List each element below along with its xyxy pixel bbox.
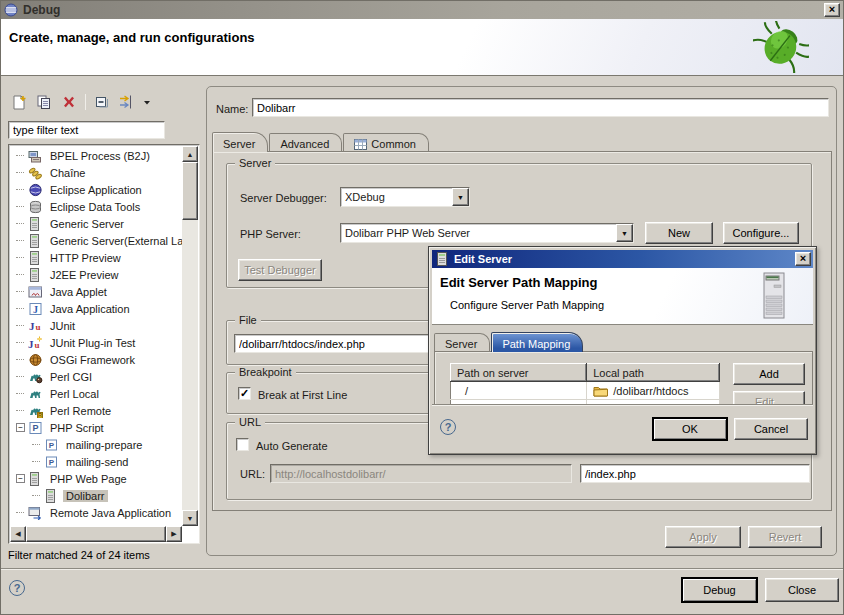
title-bar[interactable]: Debug ×	[1, 1, 843, 19]
tree-item[interactable]: Chaîne	[10, 164, 182, 181]
tree-item[interactable]: Dolibarr	[10, 487, 182, 504]
tree-item-label: Dolibarr	[63, 490, 108, 502]
tree-item-label: HTTP Preview	[47, 252, 124, 264]
configure-server-button[interactable]: Configure...	[723, 222, 799, 244]
break-first-line-label: Break at First Line	[258, 389, 347, 401]
dialog-title-bar[interactable]: Edit Server ×	[432, 250, 813, 268]
server-icon	[28, 268, 44, 282]
horizontal-scroll-thumb[interactable]	[26, 526, 166, 542]
tree-horizontal-scrollbar[interactable]: ◀ ▶	[10, 526, 182, 542]
test-debugger-button[interactable]: Test Debugger	[238, 259, 322, 281]
auto-generate-checkbox[interactable]	[236, 438, 249, 451]
tree-list: BPEL Process (B2J)ChaîneEclipse Applicat…	[10, 147, 182, 526]
tree-item[interactable]: Generic Server(External La	[10, 232, 182, 249]
url-base-input[interactable]	[270, 464, 572, 483]
tree-item[interactable]: HTTP Preview	[10, 249, 182, 266]
column-header[interactable]: Path on server	[451, 364, 587, 382]
tree-item[interactable]: Eclipse Application	[10, 181, 182, 198]
tree-item[interactable]: Pmailing-prepare	[10, 436, 182, 453]
svg-text:P: P	[49, 441, 55, 450]
tree-item[interactable]: Java Applet	[10, 283, 182, 300]
tree-item-label: Java Applet	[47, 286, 110, 298]
php-server-combo[interactable]: Dolibarr PHP Web Server ▼	[340, 223, 634, 243]
tree-item-label: OSGi Framework	[47, 354, 138, 366]
collapse-all-button[interactable]	[91, 91, 113, 113]
tab-advanced[interactable]: Advanced	[269, 133, 342, 152]
perl-icon	[28, 387, 44, 401]
scroll-down-button[interactable]: ▼	[182, 510, 198, 526]
server-debugger-combo[interactable]: XDebug ▼	[340, 187, 470, 207]
tree-vertical-scrollbar[interactable]: ▲ ▼	[182, 146, 198, 526]
revert-button[interactable]: Revert	[748, 526, 822, 548]
window-close-button[interactable]: ×	[824, 3, 840, 17]
tab-path-mapping[interactable]: Path Mapping	[491, 332, 583, 352]
apply-button[interactable]: Apply	[665, 526, 741, 548]
tree-item[interactable]: BPEL Process (B2J)	[10, 147, 182, 164]
tree-item-label: Perl CGI	[47, 371, 95, 383]
local-path-cell: /dolibarr/htdocs	[587, 382, 720, 400]
add-mapping-button[interactable]: Add	[733, 363, 805, 385]
tree-connector	[16, 359, 24, 360]
tree-item[interactable]: RPerl Remote	[10, 402, 182, 419]
cancel-button[interactable]: Cancel	[734, 418, 808, 440]
mapping-row[interactable]: //dolibarr/htdocs	[451, 382, 720, 400]
debug-button[interactable]: Debug	[682, 578, 757, 602]
new-configuration-button[interactable]	[8, 91, 30, 113]
tree-item[interactable]: −PPHP Script	[10, 419, 182, 436]
tree-item[interactable]: Perl Local	[10, 385, 182, 402]
tree-item[interactable]: J2EE Preview	[10, 266, 182, 283]
tree-item[interactable]: Pmailing-send	[10, 453, 182, 470]
column-header[interactable]: Local path	[587, 364, 720, 382]
server-debugger-label: Server Debugger:	[240, 192, 327, 204]
help-button[interactable]: ?	[9, 580, 25, 596]
tree-collapse-toggle[interactable]: −	[16, 474, 25, 483]
tree-connector	[16, 393, 24, 394]
combo-dropdown-icon[interactable]: ▼	[616, 224, 633, 242]
new-server-button[interactable]: New	[645, 222, 713, 244]
tree-item[interactable]: JuJUnit	[10, 317, 182, 334]
java-app-icon: J	[28, 302, 44, 316]
name-input[interactable]	[252, 98, 829, 117]
delete-configuration-button[interactable]	[58, 91, 80, 113]
duplicate-configuration-button[interactable]	[33, 91, 55, 113]
close-button[interactable]: Close	[765, 578, 839, 602]
url-label: URL:	[240, 468, 265, 480]
svg-text:P: P	[32, 423, 38, 433]
break-first-line-checkbox[interactable]: ✓	[238, 387, 251, 400]
tree-collapse-toggle[interactable]: −	[16, 423, 25, 432]
local-path-value: /dolibarr/htdocs	[613, 385, 688, 397]
scroll-up-button[interactable]: ▲	[182, 146, 198, 162]
path-mapping-tab-content: Path on serverLocal path //dolibarr/htdo…	[434, 351, 813, 409]
tree-connector	[32, 495, 40, 496]
tree-item[interactable]: JJava Application	[10, 300, 182, 317]
dialog-close-button[interactable]: ×	[795, 252, 811, 266]
tab-server[interactable]: Server	[212, 132, 268, 152]
ok-button[interactable]: OK	[653, 418, 727, 440]
path-mapping-table[interactable]: Path on serverLocal path //dolibarr/htdo…	[450, 363, 720, 409]
bpel-icon	[28, 149, 44, 163]
combo-dropdown-icon[interactable]: ▼	[452, 188, 469, 206]
server-icon	[28, 251, 44, 265]
tree-connector	[32, 444, 40, 445]
tree-item[interactable]: −PHP Web Page	[10, 470, 182, 487]
filter-button[interactable]	[116, 91, 138, 113]
tree-item[interactable]: Eclipse Data Tools	[10, 198, 182, 215]
filter-menu-arrow[interactable]	[141, 98, 153, 106]
url-path-input[interactable]	[580, 464, 810, 483]
php-file-icon: P	[44, 455, 60, 469]
scroll-left-button[interactable]: ◀	[10, 526, 26, 542]
server-debugger-value: XDebug	[341, 191, 452, 203]
scroll-right-button[interactable]: ▶	[166, 526, 182, 542]
tree-item[interactable]: Generic Server	[10, 215, 182, 232]
filter-input[interactable]	[8, 121, 165, 139]
tree-item[interactable]: JuJUnit Plug-in Test	[10, 334, 182, 351]
vertical-scroll-thumb[interactable]	[182, 162, 198, 220]
tree-connector	[16, 206, 24, 207]
debug-configurations-window: Debug × Create, manage, and run configur…	[0, 0, 844, 615]
tab-common[interactable]: Common	[343, 133, 429, 152]
tree-item[interactable]: Perl CGI	[10, 368, 182, 385]
tab-server[interactable]: Server	[434, 333, 490, 352]
dialog-help-button[interactable]: ?	[440, 419, 456, 435]
tree-item[interactable]: Remote Java Application	[10, 504, 182, 521]
tree-item[interactable]: OSGi Framework	[10, 351, 182, 368]
